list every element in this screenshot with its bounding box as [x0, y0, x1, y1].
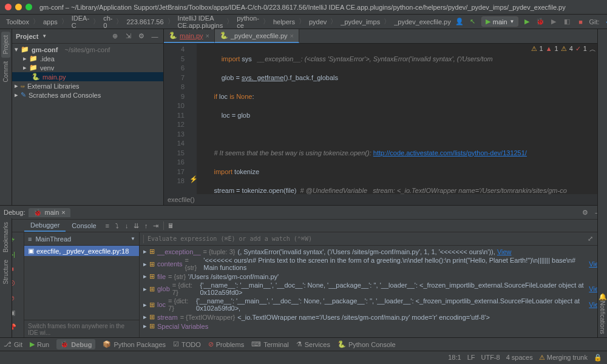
- console-tab[interactable]: Console: [66, 222, 102, 229]
- run-to-cursor-icon[interactable]: ⇥: [151, 221, 161, 231]
- tab-execfile[interactable]: 🐍_pydev_execfile.py×: [215, 29, 299, 43]
- debug-tab[interactable]: 🐞main×: [29, 208, 70, 217]
- tree-item-selected[interactable]: 🐍main.py: [12, 72, 163, 81]
- inspections-widget[interactable]: ⚠1 ▲1 ⚠4 ✓1 ︿ ﹀: [531, 45, 605, 54]
- step-out-icon[interactable]: ↑: [141, 221, 151, 231]
- switch-frames-hint: Switch frames from anywhere in the IDE w…: [24, 320, 139, 339]
- tool-run[interactable]: ▶Run: [30, 340, 49, 348]
- thread-icon: ≡: [28, 235, 32, 243]
- tool-problems[interactable]: ⊘Problems: [208, 340, 244, 348]
- close-icon[interactable]: ×: [290, 32, 294, 39]
- debugger-tab[interactable]: Debugger: [24, 220, 66, 232]
- collapse-icon[interactable]: ⇲: [123, 32, 133, 41]
- window-controls: [5, 4, 32, 10]
- coverage-icon[interactable]: ▶: [549, 17, 558, 27]
- breakpoint-gutter[interactable]: ⚡: [188, 44, 197, 194]
- tool-todo[interactable]: ☑TODO: [173, 340, 201, 348]
- run-config-selector[interactable]: ▶main▼: [481, 16, 519, 27]
- expand-icon[interactable]: ⤢: [585, 234, 595, 244]
- target-icon[interactable]: ⊕: [110, 32, 120, 41]
- tree-item[interactable]: ▸⎃External Libraries: [12, 81, 163, 90]
- code-area[interactable]: 456789101112131415161718 ⚡ import sys __…: [164, 44, 607, 194]
- breadcrumb[interactable]: helpers: [271, 18, 297, 25]
- variables-panel: ⤢ ▼ ▸⊞ __exception__ = {tuple: 3} (, Syn…: [140, 232, 607, 339]
- encoding[interactable]: UTF-8: [481, 354, 500, 362]
- git-label: Git:: [589, 18, 599, 25]
- line-gutter: 456789101112131415161718: [164, 44, 188, 194]
- step-into-my-icon[interactable]: ⇊: [132, 221, 141, 231]
- tab-commit[interactable]: Commit: [1, 58, 10, 86]
- breadcrumb[interactable]: _pydev_execfile.py: [392, 18, 453, 25]
- git-branch[interactable]: ⚠ Merging trunk: [539, 354, 588, 362]
- variable-row[interactable]: ▸⊞ loc = {dict: 7} {'__name__': '__main_…: [140, 297, 607, 312]
- window-title: gm-conf – ~/Library/Application Support/…: [39, 4, 566, 11]
- breadcrumb[interactable]: IDEA-C: [69, 15, 92, 29]
- tab-main[interactable]: 🐍main.py×: [164, 29, 215, 43]
- editor-breadcrumb[interactable]: execfile(): [164, 194, 607, 205]
- tool-console[interactable]: 🐍Python Console: [337, 340, 396, 348]
- thread-icon[interactable]: ≡: [103, 221, 112, 231]
- tab-project[interactable]: Project: [1, 32, 10, 58]
- stack-frame[interactable]: ▣execfile, _pydev_execfile.py:18: [24, 246, 139, 256]
- indent[interactable]: 4 spaces: [506, 354, 533, 362]
- tool-debug[interactable]: 🐞Debug: [56, 339, 95, 349]
- breadcrumb[interactable]: ch-0: [101, 15, 115, 29]
- profile-icon[interactable]: ◧: [562, 17, 572, 27]
- line-ending[interactable]: LF: [467, 354, 475, 362]
- close-icon[interactable]: ×: [61, 209, 65, 216]
- tool-packages[interactable]: 📦Python Packages: [103, 340, 166, 348]
- minimize-icon[interactable]: [15, 4, 22, 10]
- project-panel: Project ▼ ⊕ ⇲ ⚙ — ▾📁gm-conf ~/sites/gm-c…: [12, 29, 164, 205]
- tree-item[interactable]: ▸✎Scratches and Consoles: [12, 90, 163, 99]
- titlebar: gm-conf – ~/Library/Application Support/…: [0, 0, 607, 15]
- tab-notifications[interactable]: Notifications: [599, 301, 606, 334]
- step-over-icon[interactable]: ⤵: [112, 221, 122, 231]
- breadcrumb[interactable]: pydev: [307, 18, 329, 25]
- variable-row[interactable]: ▸⊞ stream = {TextIOWrapper} <_io.TextIOW…: [140, 312, 607, 322]
- tab-structure[interactable]: Structure: [1, 256, 10, 288]
- evaluate-icon[interactable]: 🖩: [166, 221, 176, 231]
- editor: 🐍main.py× 🐍_pydev_execfile.py× 456789101…: [164, 29, 607, 205]
- variable-row[interactable]: ▸⊞ Special Variables: [140, 322, 607, 331]
- close-icon[interactable]: [5, 4, 12, 10]
- tool-terminal[interactable]: ⌨Terminal: [251, 340, 289, 348]
- view-link[interactable]: View: [497, 248, 512, 255]
- user-icon[interactable]: 👤: [455, 17, 464, 27]
- gear-icon[interactable]: ⚙: [137, 32, 146, 41]
- stop-icon[interactable]: ■: [575, 17, 585, 27]
- thread-selector[interactable]: MainThread: [35, 235, 127, 243]
- tool-git[interactable]: ⎇Git: [4, 340, 22, 348]
- breadcrumb[interactable]: python-ce: [234, 15, 262, 29]
- variable-row[interactable]: ▸⊞ contents = {str} '<<<<<<< ours\n# Pri…: [140, 256, 607, 272]
- tree-item[interactable]: ▸📁venv: [12, 63, 163, 72]
- close-icon[interactable]: ×: [206, 32, 209, 39]
- run-config-label: main: [493, 18, 507, 25]
- hide-icon[interactable]: —: [150, 32, 160, 41]
- evaluate-input[interactable]: [148, 235, 582, 242]
- run-icon[interactable]: ▶: [522, 17, 532, 27]
- debug-icon[interactable]: 🐞: [535, 17, 545, 27]
- breadcrumb[interactable]: 223.8617.56: [124, 18, 166, 25]
- lock-icon[interactable]: 🔒: [594, 354, 602, 362]
- back-icon[interactable]: ↖: [468, 17, 478, 27]
- tree-root[interactable]: ▾📁gm-conf ~/sites/gm-conf: [12, 45, 163, 54]
- code-content[interactable]: import sys __exception__: (<class 'Synta…: [197, 44, 607, 194]
- breadcrumb[interactable]: apps: [41, 18, 60, 25]
- variable-row[interactable]: ▸⊞ glob = {dict: 7} {'__name__': '__main…: [140, 281, 607, 297]
- breadcrumb[interactable]: _pydev_imps: [338, 18, 382, 25]
- step-into-icon[interactable]: ↓: [122, 221, 132, 231]
- variable-row[interactable]: ▸⊞ file = {str} '/Users /sites/gm-conf/m…: [140, 272, 607, 281]
- git-update-icon[interactable]: ✓: [603, 17, 607, 27]
- tab-bookmarks[interactable]: Bookmarks: [1, 218, 10, 256]
- cursor-position[interactable]: 18:1: [448, 354, 461, 362]
- breadcrumb[interactable]: IntelliJ IDEA CE.app.plugins: [175, 15, 226, 29]
- status-bar: 18:1 LF UTF-8 4 spaces ⚠ Merging trunk 🔒: [0, 351, 607, 364]
- tree-item[interactable]: ▸📁.idea: [12, 54, 163, 63]
- left-tool-strip: Project Commit: [0, 29, 12, 205]
- maximize-icon[interactable]: [25, 4, 32, 10]
- breadcrumb[interactable]: Toolbox: [4, 18, 32, 25]
- gear-icon[interactable]: ⚙: [580, 207, 590, 217]
- tool-services[interactable]: ⚗Services: [296, 340, 330, 348]
- notifications-icon[interactable]: 🔔: [599, 293, 607, 301]
- variable-row[interactable]: ▸⊞ __exception__ = {tuple: 3} (, SyntaxE…: [140, 247, 607, 256]
